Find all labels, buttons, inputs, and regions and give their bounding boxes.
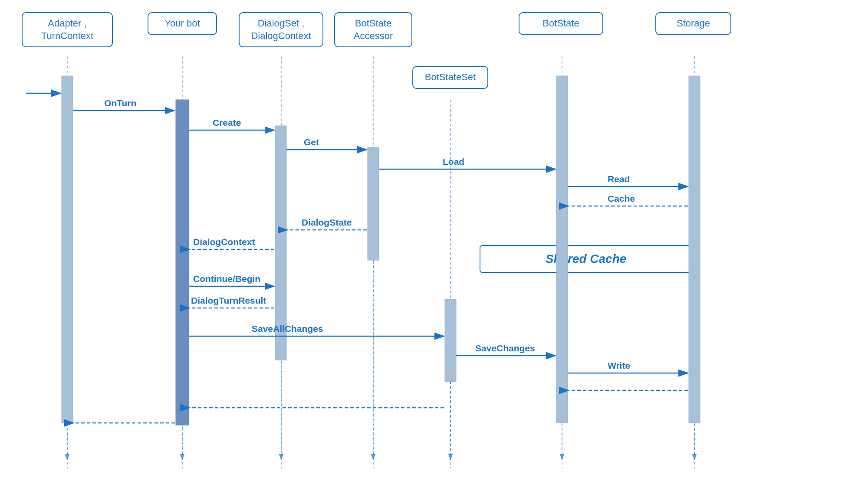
svg-rect-10 — [176, 100, 189, 425]
svg-text:Write: Write — [608, 360, 630, 370]
svg-rect-13 — [556, 76, 568, 423]
svg-text:DialogContext: DialogContext — [193, 237, 255, 247]
svg-text:DialogState: DialogState — [302, 217, 352, 227]
svg-text:Cache: Cache — [608, 193, 635, 203]
svg-rect-12 — [368, 147, 379, 260]
svg-text:Load: Load — [443, 157, 464, 167]
svg-rect-9 — [62, 76, 73, 423]
svg-text:OnTurn: OnTurn — [104, 98, 136, 108]
svg-text:DialogTurnResult: DialogTurnResult — [191, 295, 266, 305]
svg-text:Continue/Begin: Continue/Begin — [193, 274, 260, 284]
svg-text:Read: Read — [608, 174, 630, 184]
svg-rect-15 — [445, 299, 456, 382]
svg-text:Create: Create — [213, 118, 241, 128]
diagram-svg: OnTurn Create Get Load Read Cache Dialog… — [0, 0, 868, 488]
svg-text:Get: Get — [304, 137, 319, 147]
svg-text:SaveAllChanges: SaveAllChanges — [252, 324, 323, 334]
svg-rect-14 — [689, 76, 700, 423]
sequence-diagram: Adapter ,TurnContext Your bot DialogSet … — [0, 0, 868, 488]
svg-text:SaveChanges: SaveChanges — [475, 343, 535, 353]
